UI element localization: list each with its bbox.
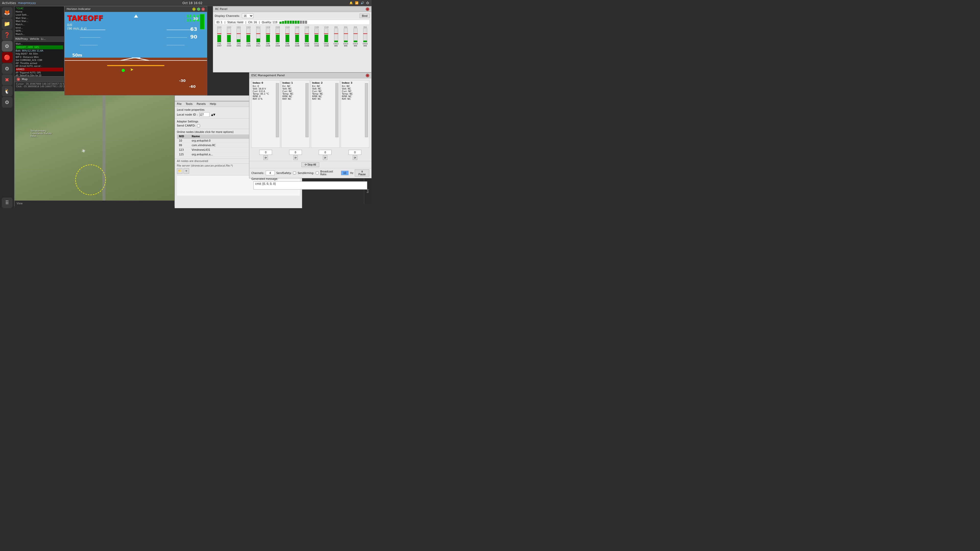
esc-grid: Index: 0 Err: 0 Volt: 16.8 V Curr: 0.0 A…: [249, 78, 371, 150]
esc-input-1[interactable]: [289, 150, 302, 155]
rc-status-id: ID: 1: [216, 21, 223, 24]
map-waypoint-circle: [75, 165, 106, 195]
dock-item-app2[interactable]: ✖: [2, 75, 13, 85]
uavcan-local-node-id-label: Local node ID :: [177, 113, 198, 116]
esc-channels-label: Channels:: [251, 171, 264, 175]
rc-status-quality: Quality: 119: [262, 21, 277, 24]
horizon-titlebar: Horizon Indicator — □ ×: [65, 6, 207, 12]
esc-reset-btn-1[interactable]: ⟳: [293, 156, 298, 160]
horizon-overlay: 0/0 (96 m/s, 4 s): [67, 23, 86, 30]
map-title: Map: [22, 78, 27, 81]
volume-icon: 🔊: [361, 1, 364, 5]
horizon-controls: — □ ×: [192, 7, 205, 11]
horizon-pitch-neg60: -60: [189, 84, 196, 89]
rc-channel-CH4: 1505 CH4 1505: [244, 26, 253, 47]
esc-cmd-value: cmd: [0, 0, 0, 0]: [255, 183, 275, 185]
esc-index-1: Index: 1 Err: NC Volt: NC Curr: NC Temp:…: [281, 80, 310, 148]
rc-display-row: Display Channels: 16 Bind: [215, 14, 370, 18]
esc-input-3[interactable]: [348, 150, 361, 155]
horizon-battery-bar: [200, 14, 204, 29]
uavcan-col-nid: NID: [179, 135, 192, 138]
app-name[interactable]: mavproxy.py: [18, 1, 36, 5]
dock-item-files[interactable]: 📁: [2, 18, 13, 29]
horizon-close-btn[interactable]: ×: [201, 7, 205, 11]
map-location-label: Terrabomberg Grasslands Nature Rese...: [30, 130, 56, 137]
esc-index-3: Index: 3 Err: NC Volt: NC Curr: NC Temp:…: [341, 80, 369, 148]
rc-titlebar: RC Panel ×: [213, 6, 371, 12]
rc-display-channels-select[interactable]: 16: [242, 14, 253, 18]
dock-item-app1[interactable]: 🔴: [2, 52, 13, 63]
dock-item-app3[interactable]: 🐧: [2, 86, 13, 97]
esc-stop-all-btn[interactable]: ⟳ Stop All: [301, 162, 320, 167]
esc-send-safety-checkbox[interactable]: [293, 171, 296, 175]
uavcan-add-btn[interactable]: +: [183, 168, 189, 174]
vehicle-menu-item[interactable]: Vehicle: [30, 38, 39, 40]
esc-title: ESC Management Panel: [251, 74, 285, 77]
esc-send-arming-checkbox[interactable]: [316, 171, 319, 175]
esc-broadcast-rate-input[interactable]: [341, 171, 348, 175]
activities-button[interactable]: Activities: [2, 1, 16, 5]
esc-reset-btn-0[interactable]: ⟳: [263, 156, 268, 160]
power-icon: ⏻: [366, 1, 369, 5]
esc-reset-btn-2[interactable]: ⟳: [323, 156, 328, 160]
rc-close-btn[interactable]: ×: [366, 7, 369, 11]
rc-status-valid: Status: Vaild: [228, 21, 243, 24]
rc-channel-CH16: 896 CH16 896: [361, 26, 370, 47]
uavcan-menu-tools[interactable]: Tools: [186, 102, 192, 106]
rc-title: RC Panel: [215, 7, 228, 11]
taskbar: Activities mavproxy.py Oct 18 16:02 🔔 📶 …: [0, 0, 372, 6]
uavcan-send-canfd-checkbox[interactable]: [197, 124, 200, 127]
horizon-minimize-btn[interactable]: —: [192, 7, 196, 11]
horizon-maximize-btn[interactable]: □: [197, 7, 200, 11]
esc-input-row: ⟳ ⟳ ⟳ ⟳: [249, 150, 371, 161]
rc-channels-grid: 1500 CH1 1497 1505 CH2 1500 1001 CH3 100…: [215, 26, 370, 47]
esc-input-0[interactable]: [259, 150, 272, 155]
mavproxy-menubar: MAVProxy Vehicle Li...: [14, 36, 64, 42]
esc-hz-label: Hz: [350, 171, 353, 175]
desktop: 🦊 📁 ❓ ⚙ 🔴 ⚙ ✖ 🐧 ⚙ ⠿ ^CLAC Home Load Sett…: [0, 6, 372, 208]
map-bottom-toolbar: [14, 206, 174, 208]
rc-channel-CH6: 1508 CH6 1508: [263, 26, 272, 47]
horizon-window: Horizon Indicator — □ ×: [64, 6, 207, 95]
mavproxy-menu-item[interactable]: MAVProxy: [15, 38, 28, 40]
dock-item-firefox[interactable]: 🦊: [2, 7, 13, 18]
esc-close-btn[interactable]: ×: [366, 74, 369, 77]
uavcan-menu-file[interactable]: File: [177, 102, 181, 106]
uavcan-local-node-id-input[interactable]: [199, 112, 210, 117]
esc-titlebar: ESC Management Panel ×: [249, 73, 371, 78]
esc-pause-btn[interactable]: ⏸ Pause: [355, 169, 369, 176]
uavcan-folder-btn[interactable]: 📁: [177, 168, 183, 174]
dock-item-grid[interactable]: ⠿: [2, 197, 13, 208]
map-view-label: View: [14, 200, 174, 206]
rc-channel-CH11: 1508 CH11 1508: [312, 26, 321, 47]
li-menu-item[interactable]: Li...: [41, 38, 46, 40]
dock-item-settings3[interactable]: ⚙: [2, 97, 13, 108]
esc-channels-input[interactable]: [266, 171, 275, 175]
rc-channel-CH3: 1001 CH3 1001: [234, 26, 243, 47]
esc-generated-msg-row: Generated message:: [251, 178, 369, 180]
rc-channel-CH12: 1508 CH12 1508: [321, 26, 331, 47]
horizon-content: TAKEOFF 0/0 (96 m/s, 4 s) 12.3 V 11.6 A …: [65, 12, 207, 95]
bell-icon[interactable]: 🔔: [349, 1, 353, 5]
uavcan-menu-panels[interactable]: Panels: [197, 102, 206, 106]
map-close-btn[interactable]: ×: [17, 78, 20, 81]
uavcan-menu-help[interactable]: Help: [210, 102, 216, 106]
horizon-pitch-neg30: -30: [179, 79, 186, 83]
rc-bind-btn[interactable]: Bind: [360, 14, 370, 18]
dock-item-help[interactable]: ❓: [2, 30, 13, 40]
rc-content: Display Channels: 16 Bind ID: 1 | Status…: [213, 12, 371, 48]
map-window: × Map — □ Cursor: -35.35967669 149.16726…: [14, 76, 175, 206]
esc-input-2[interactable]: [319, 150, 331, 155]
rc-status-row: ID: 1 | Status: Vaild | CH: 16 | Quality…: [215, 20, 370, 25]
rc-channel-CH8: 1508 CH8 1508: [283, 26, 292, 47]
dock-item-settings2[interactable]: ⚙: [2, 63, 13, 74]
map-content[interactable]: ✈ Terrabomberg Grasslands Nature Rese...: [14, 91, 174, 200]
dock-item-settings[interactable]: ⚙: [2, 41, 13, 52]
uavcan-node-spinner[interactable]: ▲▼: [211, 113, 215, 116]
rc-channel-CH1: 1500 CH1 1497: [215, 26, 224, 47]
esc-stop-row: ⟳ Stop All: [249, 161, 371, 168]
rc-channel-CH13: 896 CH13 896: [331, 26, 341, 47]
esc-reset-btn-3[interactable]: ⟳: [353, 156, 357, 160]
esc-index-0: Index: 0 Err: 0 Volt: 16.8 V Curr: 0.0 A…: [251, 80, 280, 148]
horizon-scale-63: 63: [190, 26, 197, 32]
